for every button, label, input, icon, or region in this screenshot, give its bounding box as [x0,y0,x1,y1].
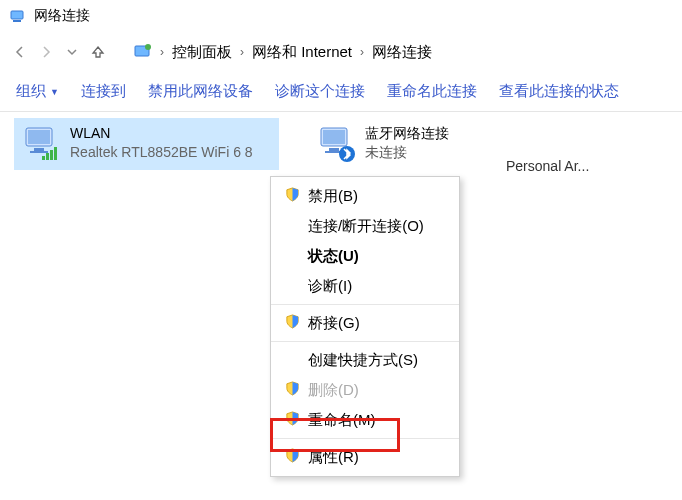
shield-icon [285,411,300,429]
adapter-name: WLAN [70,124,253,143]
content-area: WLAN Realtek RTL8852BE WiFi 6 8 蓝牙网络连接 未 [0,112,682,170]
adapter-item-wlan[interactable]: WLAN Realtek RTL8852BE WiFi 6 8 [14,118,279,170]
toolbar-diagnose[interactable]: 诊断这个连接 [275,82,365,101]
title-bar: 网络连接 [0,0,682,32]
svg-rect-11 [54,147,57,160]
svg-rect-9 [46,153,49,160]
chevron-right-icon: › [240,45,244,59]
menu-item[interactable]: 属性(R) [271,442,459,472]
menu-item-label: 属性(R) [308,448,359,467]
spacer-icon [285,353,300,368]
recent-dropdown[interactable] [62,42,82,62]
menu-item[interactable]: 禁用(B) [271,181,459,211]
truncated-label: Personal Ar... [506,158,589,174]
toolbar: 组织 ▼ 连接到 禁用此网络设备 诊断这个连接 重命名此连接 查看此连接的状态 [0,72,682,112]
spacer-icon [285,279,300,294]
shield-icon [285,314,300,332]
shield-icon [285,187,300,205]
breadcrumb-item[interactable]: 控制面板 [172,43,232,62]
shield-icon [285,381,300,399]
menu-separator [271,438,459,439]
adapter-texts: WLAN Realtek RTL8852BE WiFi 6 8 [70,124,253,162]
svg-rect-13 [323,130,345,144]
shield-icon [285,448,300,466]
wifi-adapter-icon [22,124,62,164]
bluetooth-adapter-icon [317,124,357,164]
menu-item: 删除(D) [271,375,459,405]
menu-item[interactable]: 重命名(M) [271,405,459,435]
menu-item-label: 状态(U) [308,247,359,266]
menu-separator [271,341,459,342]
spacer-icon [285,249,300,264]
toolbar-organize[interactable]: 组织 ▼ [16,82,59,101]
chevron-right-icon: › [160,45,164,59]
adapter-texts: 蓝牙网络连接 未连接 [365,124,449,162]
back-button[interactable] [10,42,30,62]
svg-rect-6 [34,148,44,151]
spacer-icon [285,219,300,234]
toolbar-status[interactable]: 查看此连接的状态 [499,82,619,101]
menu-item[interactable]: 状态(U) [271,241,459,271]
menu-item-label: 创建快捷方式(S) [308,351,418,370]
adapter-name: 蓝牙网络连接 [365,124,449,143]
menu-item-label: 重命名(M) [308,411,376,430]
adapter-status: 未连接 [365,143,449,162]
menu-item[interactable]: 连接/断开连接(O) [271,211,459,241]
svg-rect-14 [329,148,339,151]
svg-rect-8 [42,156,45,160]
svg-rect-5 [28,130,50,144]
toolbar-connect[interactable]: 连接到 [81,82,126,101]
toolbar-rename[interactable]: 重命名此连接 [387,82,477,101]
breadcrumb[interactable]: › 控制面板 › 网络和 Internet › 网络连接 [134,42,432,63]
menu-item[interactable]: 诊断(I) [271,271,459,301]
control-panel-icon [134,42,152,63]
menu-item-label: 桥接(G) [308,314,360,333]
svg-rect-0 [11,11,23,19]
toolbar-disable[interactable]: 禁用此网络设备 [148,82,253,101]
menu-item[interactable]: 创建快捷方式(S) [271,345,459,375]
svg-rect-1 [13,20,21,22]
window-icon [10,8,26,24]
breadcrumb-item[interactable]: 网络和 Internet [252,43,352,62]
menu-separator [271,304,459,305]
chevron-right-icon: › [360,45,364,59]
menu-item-label: 删除(D) [308,381,359,400]
nav-bar: › 控制面板 › 网络和 Internet › 网络连接 [0,32,682,72]
up-button[interactable] [88,42,108,62]
svg-point-3 [145,44,151,50]
menu-item[interactable]: 桥接(G) [271,308,459,338]
forward-button[interactable] [36,42,56,62]
window-title: 网络连接 [34,7,90,25]
breadcrumb-item[interactable]: 网络连接 [372,43,432,62]
svg-rect-10 [50,150,53,160]
menu-item-label: 连接/断开连接(O) [308,217,424,236]
chevron-down-icon: ▼ [50,87,59,97]
menu-item-label: 诊断(I) [308,277,352,296]
context-menu: 禁用(B)连接/断开连接(O)状态(U)诊断(I)桥接(G)创建快捷方式(S)删… [270,176,460,477]
menu-item-label: 禁用(B) [308,187,358,206]
adapter-device: Realtek RTL8852BE WiFi 6 8 [70,143,253,162]
svg-rect-7 [30,151,48,153]
